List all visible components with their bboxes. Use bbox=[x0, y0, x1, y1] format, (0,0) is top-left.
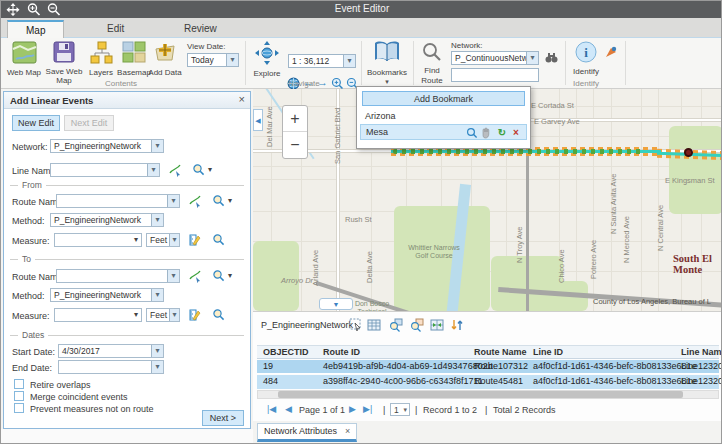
explore-button[interactable]: Explore bbox=[251, 41, 283, 79]
measure-ruler-icon[interactable] bbox=[188, 233, 202, 247]
zoom-tool-icon[interactable] bbox=[192, 163, 206, 177]
first-page-icon[interactable]: |◀ bbox=[267, 404, 276, 414]
pan-to-selection-icon[interactable] bbox=[410, 318, 424, 332]
chevron-down-icon[interactable]: ▾ bbox=[151, 361, 163, 373]
to-method-select[interactable]: P_EngineeringNetwork▾ bbox=[50, 288, 164, 302]
chevron-down-icon[interactable]: ▾ bbox=[226, 54, 238, 66]
panel-header: Add Linear Events × bbox=[4, 92, 250, 109]
new-edit-button[interactable]: New Edit bbox=[12, 115, 60, 131]
zoom-tool-icon[interactable] bbox=[212, 194, 226, 208]
to-measure-combo[interactable]: ▾ bbox=[54, 308, 142, 322]
select-tool-icon[interactable] bbox=[349, 318, 363, 332]
switch-selection-icon[interactable] bbox=[430, 318, 444, 332]
tab-network-attributes[interactable]: Network Attributes× bbox=[257, 423, 357, 442]
select-route-on-map-icon[interactable] bbox=[188, 269, 202, 283]
route-marker[interactable] bbox=[684, 148, 693, 157]
panel-network-select[interactable]: P_EngineeringNetwork▾ bbox=[50, 139, 164, 153]
zoom-to-selection-icon[interactable] bbox=[389, 318, 403, 332]
show-table-icon[interactable] bbox=[367, 318, 381, 332]
chevron-down-icon[interactable]: ▾ bbox=[151, 345, 163, 357]
chevron-down-icon[interactable]: ▾ bbox=[167, 195, 179, 207]
tab-edit[interactable]: Edit bbox=[89, 20, 142, 38]
flag-tool-icon[interactable] bbox=[605, 46, 617, 58]
network-select[interactable]: P_ContinuousNetwork▾ bbox=[451, 51, 539, 65]
chevron-down-icon[interactable]: ▾ bbox=[151, 214, 163, 226]
chevron-down-icon[interactable]: ▾ bbox=[228, 271, 232, 280]
next-edit-button[interactable]: Next Edit bbox=[64, 115, 114, 131]
chevron-down-icon[interactable]: ▾ bbox=[169, 234, 179, 246]
next-page-icon[interactable]: ▶ bbox=[349, 404, 356, 414]
sort-icon[interactable] bbox=[450, 318, 464, 332]
total-records-text: Total 2 Records bbox=[493, 405, 556, 415]
column-header-line-name[interactable]: Line Name bbox=[681, 347, 722, 357]
bookmarks-button[interactable]: Bookmarks ▾ bbox=[365, 40, 409, 86]
web-map-button[interactable]: Web Map bbox=[5, 41, 43, 78]
prev-page-icon[interactable]: ◀ bbox=[285, 404, 292, 414]
layers-button[interactable]: Layers bbox=[85, 41, 117, 78]
chevron-down-icon[interactable]: ▾ bbox=[147, 164, 159, 176]
scale-select[interactable]: 1 : 36,112▾ bbox=[288, 54, 356, 68]
next-button[interactable]: Next > bbox=[202, 410, 244, 426]
chevron-down-icon: ▾ bbox=[134, 234, 138, 246]
horizontal-scrollbar[interactable] bbox=[257, 390, 719, 399]
chevron-down-icon[interactable]: ▾ bbox=[208, 165, 212, 174]
bookmark-delete-icon[interactable]: × bbox=[510, 127, 522, 139]
chevron-down-icon[interactable]: ▾ bbox=[151, 140, 163, 152]
table-row[interactable]: 19 4eb9419b-af9b-4d04-ab69-1d493476802b … bbox=[257, 360, 719, 374]
chevron-down-icon[interactable]: ▾ bbox=[228, 196, 232, 205]
bookmark-item-mesa[interactable]: Mesa ↻ × bbox=[360, 124, 527, 140]
save-web-map-button[interactable]: Save Web Map bbox=[45, 41, 83, 85]
binoculars-icon[interactable] bbox=[545, 51, 558, 64]
bookmark-item-arizona[interactable]: Arizona bbox=[360, 109, 527, 123]
add-bookmark-button[interactable]: Add Bookmark bbox=[362, 91, 525, 106]
column-header-route-id[interactable]: Route ID bbox=[323, 347, 360, 357]
map-zoom-out-button[interactable]: − bbox=[283, 132, 307, 158]
map-zoom-in-button[interactable]: + bbox=[283, 106, 307, 132]
select-route-on-map-icon[interactable] bbox=[188, 194, 202, 208]
zoom-tool-icon[interactable] bbox=[212, 308, 226, 322]
end-date-select[interactable]: ▾ bbox=[58, 360, 164, 374]
chevron-down-icon[interactable]: ▾ bbox=[526, 52, 538, 64]
column-header-line-id[interactable]: Line ID bbox=[533, 347, 563, 357]
column-header-objectid[interactable]: OBJECTID bbox=[263, 347, 309, 357]
to-unit-select[interactable]: Feet▾ bbox=[146, 308, 180, 322]
add-data-button[interactable]: Add Data bbox=[147, 41, 183, 78]
chevron-down-icon[interactable]: ▾ bbox=[343, 55, 355, 67]
find-route-input[interactable] bbox=[451, 68, 539, 82]
bookmark-pan-icon[interactable] bbox=[480, 127, 492, 139]
bookmark-refresh-icon[interactable]: ↻ bbox=[496, 127, 508, 139]
chevron-down-icon[interactable]: ▾ bbox=[151, 289, 163, 301]
from-unit-select[interactable]: Feet▾ bbox=[146, 233, 180, 247]
from-route-name-select[interactable]: ▾ bbox=[56, 194, 180, 208]
zoom-tool-icon[interactable] bbox=[212, 269, 226, 283]
measure-ruler-icon[interactable] bbox=[188, 308, 202, 322]
bookmark-zoom-icon[interactable] bbox=[466, 127, 478, 139]
select-line-on-map-icon[interactable] bbox=[168, 163, 182, 177]
tab-review[interactable]: Review bbox=[166, 20, 235, 38]
merge-coincident-checkbox[interactable] bbox=[14, 391, 24, 401]
scrollbar-thumb[interactable] bbox=[278, 391, 683, 398]
line-name-select[interactable]: ▾ bbox=[50, 163, 160, 177]
start-date-select[interactable]: 4/30/2017▾ bbox=[58, 344, 164, 358]
close-tab-icon[interactable]: × bbox=[345, 426, 350, 436]
panel-close-icon[interactable]: × bbox=[239, 93, 245, 105]
view-date-select[interactable]: Today▾ bbox=[187, 53, 239, 67]
from-method-select[interactable]: P_EngineeringNetwork▾ bbox=[50, 213, 164, 227]
collapse-panel-arrow[interactable]: ◀ bbox=[253, 109, 263, 131]
to-route-name-select[interactable]: ▾ bbox=[56, 269, 180, 283]
chevron-down-icon[interactable]: ▾ bbox=[167, 270, 179, 282]
chevron-down-icon[interactable]: ▾ bbox=[169, 309, 179, 321]
identify-button[interactable]: i Identify bbox=[569, 41, 603, 77]
prevent-measures-checkbox[interactable] bbox=[14, 403, 24, 413]
find-route-button[interactable]: Find Route bbox=[417, 42, 447, 85]
column-header-route-name[interactable]: Route Name bbox=[474, 347, 527, 357]
retire-overlaps-checkbox[interactable] bbox=[14, 379, 24, 389]
table-row[interactable]: 484 a398ff4c-2940-4c00-96b6-c6343f8f1711… bbox=[257, 375, 719, 389]
page-number-select[interactable]: 1▾ bbox=[390, 403, 410, 416]
navigate-group-label: Navigate bbox=[269, 79, 339, 88]
from-measure-combo[interactable]: ▾ bbox=[54, 233, 142, 247]
tab-map[interactable]: Map bbox=[7, 20, 64, 38]
last-page-icon[interactable]: ▶| bbox=[363, 404, 372, 414]
collapse-table-arrow[interactable]: ▼ bbox=[319, 298, 353, 310]
zoom-tool-icon[interactable] bbox=[212, 233, 226, 247]
